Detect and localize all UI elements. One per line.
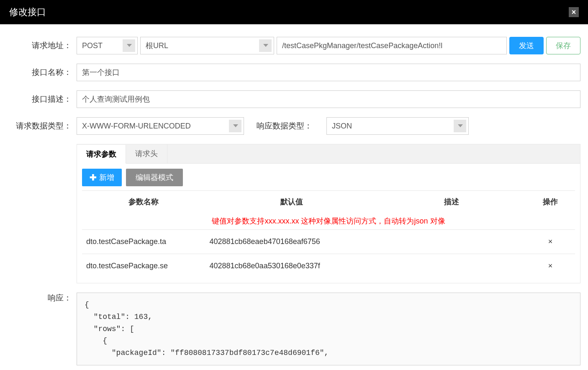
label-interface-desc: 接口描述： xyxy=(8,94,77,105)
close-icon: × xyxy=(572,8,576,17)
delete-param-button[interactable]: × xyxy=(526,230,575,254)
col-param-name: 参数名称 xyxy=(82,191,205,213)
label-request-url: 请求地址： xyxy=(8,40,77,51)
param-name-cell[interactable]: dto.testCasePackage.se xyxy=(82,254,205,278)
tab-request-headers[interactable]: 请求头 xyxy=(126,144,167,163)
modal-title: 修改接口 xyxy=(9,6,46,18)
delete-param-button[interactable]: × xyxy=(526,254,575,278)
table-row: dto.testCasePackage.se 402881cb68e0aa530… xyxy=(82,254,575,278)
url-path-input[interactable] xyxy=(277,37,507,54)
plus-icon: ✚ xyxy=(90,172,97,182)
col-desc: 描述 xyxy=(378,191,526,213)
response-type-select-wrap: JSON xyxy=(326,117,469,135)
baseurl-select[interactable]: 根URL xyxy=(140,37,274,54)
tabs: 请求参数 请求头 xyxy=(77,144,580,164)
method-select[interactable]: POST xyxy=(77,37,138,54)
param-table: 参数名称 默认值 描述 操作 键值对参数支持xxx.xxx.xx 这种对像属性访… xyxy=(82,190,575,278)
modal-body: 请求地址： POST 根URL 发送 保存 接口名称： xyxy=(0,24,588,369)
param-value-cell[interactable]: 402881cb68e0aa530168e0e337f xyxy=(205,254,378,278)
row-params: 请求参数 请求头 ✚ 新增 编辑器模式 参数名称 xyxy=(8,144,580,283)
label-interface-name: 接口名称： xyxy=(8,67,77,78)
method-select-wrap: POST xyxy=(77,37,138,54)
param-hint-text: 键值对参数支持xxx.xxx.xx 这种对像属性访问方式，自动转为json 对像 xyxy=(82,213,575,230)
send-button[interactable]: 发送 xyxy=(509,37,544,54)
label-response: 响应： xyxy=(8,293,77,303)
response-type-select[interactable]: JSON xyxy=(326,117,469,135)
param-desc-cell[interactable] xyxy=(378,230,526,254)
request-type-select[interactable]: X-WWW-FORM-URLENCODED xyxy=(77,117,244,135)
baseurl-select-wrap: 根URL xyxy=(140,37,274,54)
row-interface-name: 接口名称： xyxy=(8,64,580,81)
save-button[interactable]: 保存 xyxy=(546,37,580,54)
tab-content: ✚ 新增 编辑器模式 参数名称 默认值 描述 操作 xyxy=(77,164,580,283)
label-request-data-type: 请求数据类型： xyxy=(8,121,77,131)
row-request-url: 请求地址： POST 根URL 发送 保存 xyxy=(8,37,580,54)
row-data-types: 请求数据类型： X-WWW-FORM-URLENCODED 响应数据类型： JS… xyxy=(8,117,580,135)
param-value-cell[interactable]: 402881cb68eaeb470168eaf6756 xyxy=(205,230,378,254)
param-desc-cell[interactable] xyxy=(378,254,526,278)
close-button[interactable]: × xyxy=(569,7,579,17)
response-textarea[interactable]: { "total": 163, "rows": [ { "packageId":… xyxy=(77,293,580,365)
request-type-select-wrap: X-WWW-FORM-URLENCODED xyxy=(77,117,244,135)
row-response: 响应： { "total": 163, "rows": [ { "package… xyxy=(8,293,580,365)
col-action: 操作 xyxy=(526,191,575,213)
param-name-cell[interactable]: dto.testCasePackage.ta xyxy=(82,230,205,254)
interface-name-input[interactable] xyxy=(77,64,580,81)
add-param-button[interactable]: ✚ 新增 xyxy=(82,169,122,186)
label-response-data-type: 响应数据类型： xyxy=(257,121,314,131)
param-hint-row: 键值对参数支持xxx.xxx.xx 这种对像属性访问方式，自动转为json 对像 xyxy=(82,213,575,230)
col-default-value: 默认值 xyxy=(205,191,378,213)
interface-desc-input[interactable] xyxy=(77,90,580,108)
param-section: 请求参数 请求头 ✚ 新增 编辑器模式 参数名称 xyxy=(77,144,580,283)
editor-mode-button[interactable]: 编辑器模式 xyxy=(126,169,183,186)
param-toolbar: ✚ 新增 编辑器模式 xyxy=(82,169,575,186)
row-interface-desc: 接口描述： xyxy=(8,90,580,108)
table-row: dto.testCasePackage.ta 402881cb68eaeb470… xyxy=(82,230,575,254)
tab-request-params[interactable]: 请求参数 xyxy=(77,145,126,164)
modal-header: 修改接口 × xyxy=(0,0,588,24)
